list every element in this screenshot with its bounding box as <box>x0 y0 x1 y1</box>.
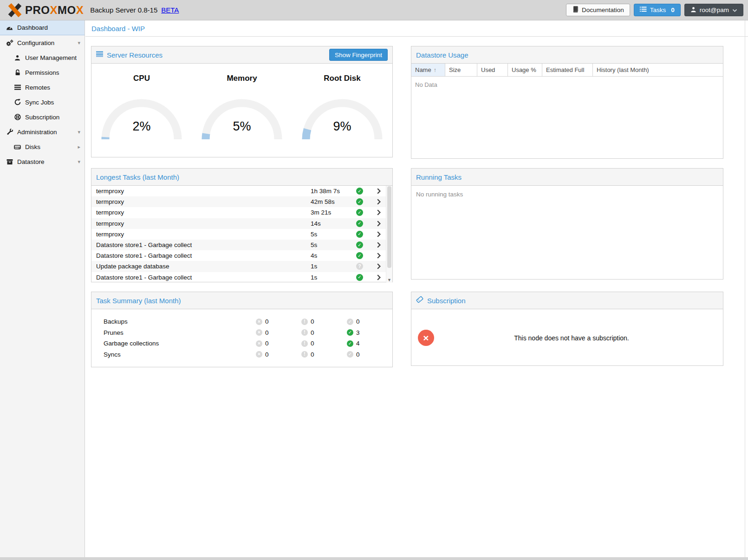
content-right-edge <box>745 20 745 557</box>
chevron-right-icon[interactable] <box>372 188 386 194</box>
warning-count-icon: ! <box>301 319 308 325</box>
caret-down-icon: ▾ <box>78 40 80 46</box>
datastore-usage-empty-text: No Data <box>411 77 723 159</box>
sidebar-item-user-management[interactable]: User Management <box>0 50 85 65</box>
task-summary-panel: Task Summary (last Month) Backups ×0 !0 … <box>91 292 393 367</box>
gears-icon <box>6 39 13 46</box>
chevron-right-icon[interactable] <box>372 242 386 248</box>
column-header-used[interactable]: Used <box>477 64 508 76</box>
status-ok-icon: ✓ <box>356 274 363 281</box>
error-count-icon: × <box>256 329 262 336</box>
beta-link[interactable]: BETA <box>161 6 179 14</box>
caret-right-icon: ▸ <box>78 144 80 150</box>
status-ok-icon: ✓ <box>356 188 363 195</box>
sidebar-item-remotes[interactable]: Remotes <box>0 80 85 95</box>
task-row[interactable]: Datastore store1 - Garbage collect 1s ✓ <box>91 272 386 283</box>
sidebar-item-permissions[interactable]: Permissions <box>0 65 85 80</box>
server-resources-title: Server Resources <box>107 51 163 59</box>
subscription-panel: Subscription × This node does not have a… <box>411 292 723 366</box>
column-header-estimated-full[interactable]: Estimated Full <box>542 64 593 76</box>
wrench-icon <box>6 129 13 135</box>
sidebar-nav: Dashboard Configuration <box>0 20 85 557</box>
longest-tasks-panel: Longest Tasks (last Month) termproxy 1h … <box>91 168 393 282</box>
status-ok-icon: ✓ <box>356 209 363 216</box>
chevron-right-icon[interactable] <box>372 263 386 269</box>
sidebar-item-administration[interactable]: Administration ▾ <box>0 124 85 139</box>
tasks-scrollbar[interactable]: ▼ <box>386 186 392 283</box>
warning-count-icon: ! <box>301 340 308 347</box>
page-title: Dashboard - WIP <box>91 25 145 33</box>
no-subscription-icon: × <box>418 330 434 346</box>
status-ok-icon: ✓ <box>356 231 363 238</box>
chevron-right-icon[interactable] <box>372 231 386 237</box>
scrollbar-thumb[interactable] <box>387 186 391 268</box>
page-header: Dashboard - WIP <box>85 20 748 37</box>
subscription-message: This node does not have a subscription. <box>434 334 723 342</box>
running-tasks-title: Running Tasks <box>416 173 462 181</box>
ok-count-icon: ✓ <box>347 340 353 347</box>
subscription-title: Subscription <box>427 297 466 305</box>
task-summary-title: Task Summary (last Month) <box>96 297 181 305</box>
sidebar-item-dashboard[interactable]: Dashboard <box>0 20 85 35</box>
ok-count-icon: ✓ <box>347 351 353 358</box>
longest-tasks-title: Longest Tasks (last Month) <box>96 173 179 181</box>
server-resources-icon <box>96 51 103 59</box>
top-bar: PROXMOX Backup Server 0.8-15 BETA Docume… <box>0 0 748 20</box>
sidebar-item-configuration[interactable]: Configuration ▾ <box>0 35 85 50</box>
product-version-label: Backup Server 0.8-15 <box>90 6 157 14</box>
task-summary-row: Garbage collections ×0 !0 ✓4 <box>91 338 392 349</box>
sync-icon <box>13 99 21 105</box>
unlock-icon <box>13 69 21 76</box>
task-summary-row: Backups ×0 !0 ✓0 <box>91 316 392 327</box>
sidebar-item-sync-jobs[interactable]: Sync Jobs <box>0 95 85 110</box>
task-row[interactable]: termproxy 5s ✓ <box>91 229 386 240</box>
task-summary-row: Syncs ×0 !0 ✓0 <box>91 349 392 360</box>
chevron-right-icon[interactable] <box>372 253 386 259</box>
column-header-size[interactable]: Size <box>445 64 477 76</box>
tasks-button[interactable]: Tasks 0 <box>634 4 681 16</box>
task-row[interactable]: Datastore store1 - Garbage collect 5s ✓ <box>91 240 386 250</box>
task-row[interactable]: termproxy 1h 38m 7s ✓ <box>91 186 386 196</box>
error-count-icon: × <box>256 351 262 358</box>
user-menu-button[interactable]: root@pam <box>684 4 743 16</box>
error-count-icon: × <box>256 319 262 325</box>
chevron-right-icon[interactable] <box>372 199 386 205</box>
running-tasks-empty-text: No running tasks <box>411 186 723 280</box>
chevron-right-icon[interactable] <box>372 274 386 280</box>
scrollbar-down-arrow[interactable]: ▼ <box>386 278 392 282</box>
memory-gauge-value: 5% <box>198 119 286 134</box>
chevron-right-icon[interactable] <box>372 221 386 227</box>
column-header-usage-pct[interactable]: Usage % <box>508 64 542 76</box>
sidebar-item-disks[interactable]: Disks ▸ <box>0 139 85 154</box>
status-unknown-icon: ? <box>356 263 363 270</box>
life-ring-icon <box>13 114 21 120</box>
task-row[interactable]: Update package database 1s ? <box>91 261 386 272</box>
documentation-button[interactable]: Documentation <box>566 4 630 16</box>
status-ok-icon: ✓ <box>356 241 363 248</box>
datastore-usage-title: Datastore Usage <box>416 51 468 59</box>
task-row[interactable]: Datastore store1 - Garbage collect 4s ✓ <box>91 250 386 261</box>
caret-down-icon: ▾ <box>78 159 80 165</box>
root-disk-gauge-value: 9% <box>298 119 386 134</box>
chevron-down-icon <box>732 7 737 13</box>
longest-tasks-list: termproxy 1h 38m 7s ✓ termproxy 42m 58s … <box>91 186 392 283</box>
task-row[interactable]: termproxy 3m 21s ✓ <box>91 207 386 218</box>
task-list-icon <box>640 7 647 13</box>
warning-count-icon: ! <box>301 329 308 336</box>
sidebar-item-datastore[interactable]: Datastore ▾ <box>0 154 85 169</box>
user-icon <box>13 55 21 61</box>
user-avatar-icon <box>690 7 696 14</box>
task-row[interactable]: termproxy 14s ✓ <box>91 218 386 229</box>
column-header-name[interactable]: Name ↑ <box>411 64 445 76</box>
column-header-history[interactable]: History (last Month) <box>593 64 723 76</box>
server-resources-panel: Server Resources Show Fingerprint CPU 2% <box>91 46 393 157</box>
ticket-icon <box>416 296 423 305</box>
sort-asc-icon: ↑ <box>434 67 436 73</box>
sidebar-item-subscription[interactable]: Subscription <box>0 110 85 124</box>
warning-count-icon: ! <box>301 351 308 358</box>
chevron-right-icon[interactable] <box>372 209 386 215</box>
main-content: Dashboard - WIP Server Resources Show Fi… <box>85 20 748 557</box>
task-row[interactable]: termproxy 42m 58s ✓ <box>91 196 386 207</box>
show-fingerprint-button[interactable]: Show Fingerprint <box>329 49 388 61</box>
cpu-gauge: CPU 2% <box>95 74 188 157</box>
